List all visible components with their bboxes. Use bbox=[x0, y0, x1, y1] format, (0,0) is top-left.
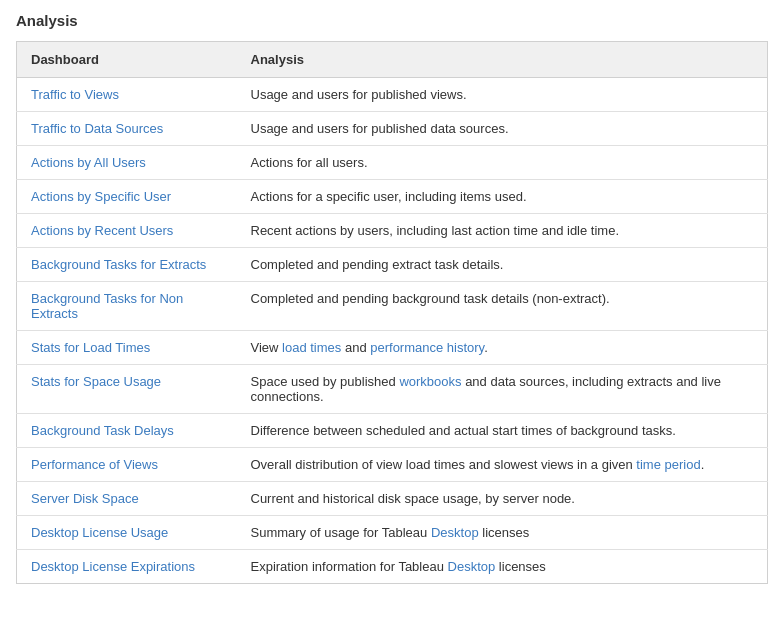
dashboard-link[interactable]: Desktop License Expirations bbox=[31, 559, 195, 574]
dashboard-link[interactable]: Traffic to Data Sources bbox=[31, 121, 163, 136]
dashboard-link[interactable]: Actions by Recent Users bbox=[31, 223, 173, 238]
table-row: Background Task DelaysDifference between… bbox=[17, 414, 768, 448]
table-row: Background Tasks for ExtractsCompleted a… bbox=[17, 248, 768, 282]
analysis-cell: Completed and pending background task de… bbox=[237, 282, 768, 331]
table-row: Traffic to Data SourcesUsage and users f… bbox=[17, 112, 768, 146]
column-header-dashboard: Dashboard bbox=[17, 42, 237, 78]
dashboard-link[interactable]: Stats for Load Times bbox=[31, 340, 150, 355]
table-row: Actions by Specific UserActions for a sp… bbox=[17, 180, 768, 214]
table-header-row: Dashboard Analysis bbox=[17, 42, 768, 78]
analysis-cell: Expiration information for Tableau Deskt… bbox=[237, 550, 768, 584]
table-row: Traffic to ViewsUsage and users for publ… bbox=[17, 78, 768, 112]
dashboard-link[interactable]: Background Tasks for Non Extracts bbox=[31, 291, 183, 321]
table-row: Stats for Load TimesView load times and … bbox=[17, 331, 768, 365]
table-row: Server Disk SpaceCurrent and historical … bbox=[17, 482, 768, 516]
analysis-cell: Difference between scheduled and actual … bbox=[237, 414, 768, 448]
analysis-cell: Completed and pending extract task detai… bbox=[237, 248, 768, 282]
dashboard-link[interactable]: Background Task Delays bbox=[31, 423, 174, 438]
dashboard-link[interactable]: Desktop License Usage bbox=[31, 525, 168, 540]
dashboard-link[interactable]: Stats for Space Usage bbox=[31, 374, 161, 389]
table-row: Actions by Recent UsersRecent actions by… bbox=[17, 214, 768, 248]
dashboard-link[interactable]: Traffic to Views bbox=[31, 87, 119, 102]
analysis-cell: Space used by published workbooks and da… bbox=[237, 365, 768, 414]
page-title: Analysis bbox=[16, 12, 768, 29]
column-header-analysis: Analysis bbox=[237, 42, 768, 78]
analysis-cell: Current and historical disk space usage,… bbox=[237, 482, 768, 516]
analysis-cell: Usage and users for published views. bbox=[237, 78, 768, 112]
analysis-cell: Actions for a specific user, including i… bbox=[237, 180, 768, 214]
analysis-cell: Summary of usage for Tableau Desktop lic… bbox=[237, 516, 768, 550]
table-row: Actions by All UsersActions for all user… bbox=[17, 146, 768, 180]
page-container: Analysis Dashboard Analysis Traffic to V… bbox=[0, 0, 784, 596]
dashboard-link[interactable]: Actions by All Users bbox=[31, 155, 146, 170]
table-row: Background Tasks for Non ExtractsComplet… bbox=[17, 282, 768, 331]
analysis-table: Dashboard Analysis Traffic to ViewsUsage… bbox=[16, 41, 768, 584]
dashboard-link[interactable]: Background Tasks for Extracts bbox=[31, 257, 206, 272]
analysis-cell: Usage and users for published data sourc… bbox=[237, 112, 768, 146]
dashboard-link[interactable]: Performance of Views bbox=[31, 457, 158, 472]
dashboard-link[interactable]: Server Disk Space bbox=[31, 491, 139, 506]
analysis-cell: Recent actions by users, including last … bbox=[237, 214, 768, 248]
table-row: Desktop License ExpirationsExpiration in… bbox=[17, 550, 768, 584]
analysis-cell: Overall distribution of view load times … bbox=[237, 448, 768, 482]
analysis-cell: Actions for all users. bbox=[237, 146, 768, 180]
dashboard-link[interactable]: Actions by Specific User bbox=[31, 189, 171, 204]
table-row: Performance of ViewsOverall distribution… bbox=[17, 448, 768, 482]
analysis-cell: View load times and performance history. bbox=[237, 331, 768, 365]
table-row: Desktop License UsageSummary of usage fo… bbox=[17, 516, 768, 550]
table-row: Stats for Space UsageSpace used by publi… bbox=[17, 365, 768, 414]
